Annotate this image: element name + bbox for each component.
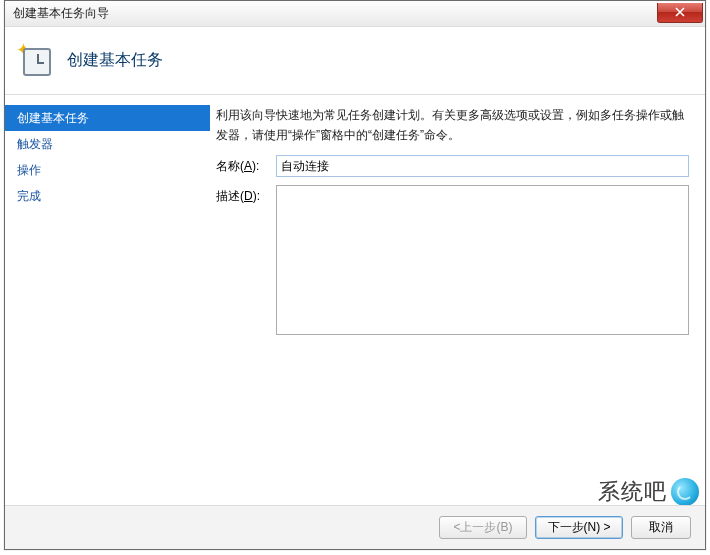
clock-icon [23,48,51,76]
close-button[interactable] [657,3,703,23]
step-action[interactable]: 操作 [5,157,210,183]
back-button[interactable]: <上一步(B) [439,516,527,539]
window-title: 创建基本任务向导 [13,5,109,22]
wizard-header: ✦ 创建基本任务 [5,27,705,95]
wizard-footer: <上一步(B) 下一步(N) > 取消 [5,505,705,549]
description-row: 描述(D): [216,185,689,335]
wizard-window: 创建基本任务向导 ✦ 创建基本任务 创建基本任务 触发器 操作 完成 利用该向导… [4,0,706,550]
wizard-main-panel: 利用该向导快速地为常见任务创建计划。有关更多高级选项或设置，例如多任务操作或触发… [210,95,705,505]
description-input[interactable] [276,185,689,335]
titlebar: 创建基本任务向导 [5,1,705,27]
close-icon [675,7,685,17]
wizard-body: 创建基本任务 触发器 操作 完成 利用该向导快速地为常见任务创建计划。有关更多高… [5,95,705,505]
name-input[interactable] [276,155,689,177]
wizard-steps-sidebar: 创建基本任务 触发器 操作 完成 [5,95,210,505]
name-label: 名称(A): [216,155,276,175]
task-scheduler-icon: ✦ [19,44,53,78]
cancel-button[interactable]: 取消 [631,516,691,539]
step-create-basic-task[interactable]: 创建基本任务 [5,105,210,131]
next-button[interactable]: 下一步(N) > [535,516,623,539]
name-row: 名称(A): [216,155,689,177]
step-trigger[interactable]: 触发器 [5,131,210,157]
description-label: 描述(D): [216,185,276,205]
step-finish[interactable]: 完成 [5,183,210,209]
page-title: 创建基本任务 [67,50,163,71]
intro-text: 利用该向导快速地为常见任务创建计划。有关更多高级选项或设置，例如多任务操作或触发… [216,105,689,145]
